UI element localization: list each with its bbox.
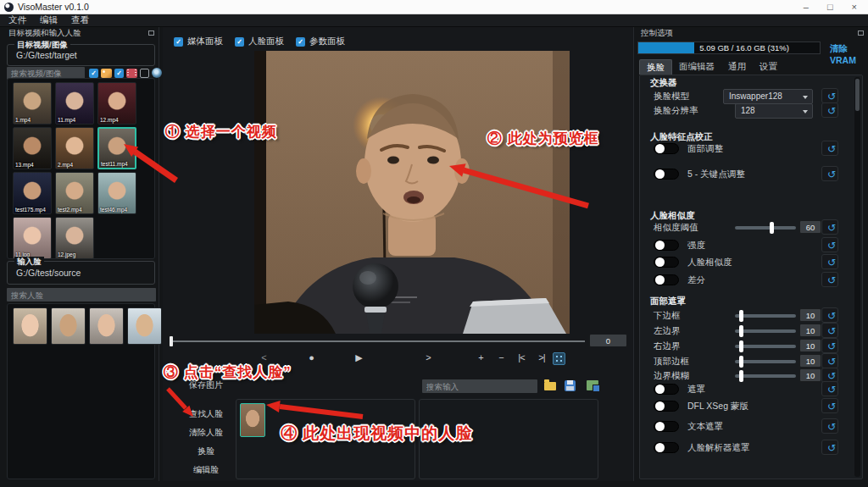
input-face-thumbnail-3[interactable]	[89, 307, 124, 345]
reset-icon[interactable]: ↺	[821, 418, 838, 434]
media-thumbnail-12.jpeg[interactable]: 12.jpeg	[55, 217, 94, 259]
last-frame-button[interactable]: >|	[532, 352, 551, 362]
fit-view-button[interactable]	[553, 352, 565, 365]
tab-3[interactable]: 通用	[721, 59, 753, 75]
media-thumbnail-test11.mp4[interactable]: test11.mp4	[97, 127, 136, 169]
toggle-DFL XSeg 蒙版[interactable]	[654, 401, 679, 412]
face-search-input[interactable]	[7, 288, 156, 302]
media-thumbnail-test175.mp4[interactable]: test175.mp4	[13, 172, 52, 214]
videos-filter-checkbox[interactable]: ✓	[114, 69, 124, 78]
slider-相似度阈值[interactable]	[735, 226, 796, 230]
slider-value[interactable]: 60	[799, 220, 821, 234]
menu-item-edit[interactable]: 编辑	[40, 14, 58, 26]
media-thumbnail-13.mp4[interactable]: 13.mp4	[13, 127, 52, 169]
save-icon[interactable]	[565, 380, 576, 391]
save-image-icon[interactable]	[587, 380, 598, 390]
reset-icon[interactable]: ↺	[821, 166, 838, 181]
minimize-button[interactable]: –	[804, 1, 809, 14]
found-face-thumbnail[interactable]	[240, 403, 265, 437]
media-thumbnail-1.mp4[interactable]: 1.mp4	[13, 82, 52, 125]
find-faces-button[interactable]: 查找人脸	[170, 407, 242, 421]
checkbox-checked-icon[interactable]: ✓	[174, 37, 183, 47]
frame-counter[interactable]: 0	[589, 334, 627, 347]
toggle-差分[interactable]	[654, 274, 679, 285]
toggle-人脸相似度[interactable]	[654, 257, 679, 268]
reset-icon[interactable]: ↺	[821, 272, 838, 287]
previous-marker-button[interactable]: <	[254, 352, 273, 362]
reset-icon[interactable]: ↺	[821, 323, 838, 338]
reset-icon[interactable]: ↺	[821, 237, 838, 252]
slider-value[interactable]: 10	[799, 339, 821, 352]
media-thumbnail-11.mp4[interactable]: 11.mp4	[55, 82, 94, 125]
input-face-thumbnail-1[interactable]	[13, 307, 47, 345]
setting-label: 强度	[687, 240, 705, 252]
reset-icon[interactable]: ↺	[821, 440, 838, 455]
dropdown-换脸分辨率[interactable]: 128	[735, 103, 813, 119]
clear-faces-button[interactable]: 清除人脸	[170, 426, 242, 440]
webcam-filter-checkbox[interactable]	[140, 69, 149, 78]
play-button[interactable]: ▶	[349, 352, 368, 363]
source-folder-path[interactable]: G:/G/test/source	[16, 268, 81, 278]
images-filter-checkbox[interactable]: ✓	[89, 69, 98, 78]
slider-value[interactable]: 10	[799, 324, 821, 337]
slider-value[interactable]: 10	[799, 308, 821, 322]
next-marker-button[interactable]: >	[419, 352, 437, 362]
toggle-强度[interactable]	[654, 240, 679, 251]
undock-icon[interactable]	[148, 30, 154, 36]
reset-icon[interactable]: ↺	[821, 353, 838, 368]
slider-左边界[interactable]	[735, 329, 796, 333]
tab-4[interactable]: 设置	[753, 59, 784, 75]
media-thumbnail-test46.mp4[interactable]: test46.mp4	[97, 172, 136, 214]
media-thumbnail-2.mp4[interactable]: 2.mp4	[55, 127, 94, 169]
reset-icon[interactable]: ↺	[821, 219, 838, 235]
open-folder-icon[interactable]	[544, 382, 556, 390]
input-face-thumbnail-2[interactable]	[51, 307, 86, 345]
target-folder-path[interactable]: G:/G/test/target	[16, 50, 77, 60]
reset-icon[interactable]: ↺	[821, 88, 838, 103]
zoom-in-button[interactable]: +	[471, 352, 490, 362]
checkbox-checked-icon[interactable]: ✓	[235, 37, 244, 47]
reset-icon[interactable]: ↺	[821, 141, 838, 156]
reset-icon[interactable]: ↺	[821, 338, 838, 353]
checkbox-checked-icon[interactable]: ✓	[296, 37, 305, 47]
slider-右边界[interactable]	[735, 345, 796, 348]
record-button[interactable]: ●	[302, 352, 320, 362]
undock-icon[interactable]	[858, 30, 864, 36]
toggle-人脸解析器遮罩[interactable]	[654, 442, 679, 453]
scrollbar[interactable]	[854, 77, 860, 477]
reset-icon[interactable]: ↺	[821, 307, 838, 323]
reset-icon[interactable]: ↺	[821, 381, 838, 396]
scrollbar-thumb[interactable]	[855, 79, 860, 111]
preview-frame[interactable]	[254, 51, 570, 334]
found-face-search-input[interactable]	[422, 379, 537, 393]
close-button[interactable]: ×	[852, 1, 857, 14]
slider-value[interactable]: 10	[799, 354, 821, 368]
timeline-handle[interactable]	[170, 336, 173, 346]
clear-vram-button[interactable]: 清除 VRAM	[830, 43, 868, 65]
reset-icon[interactable]: ↺	[821, 102, 838, 118]
media-thumbnail-test2.mp4[interactable]: test2.mp4	[55, 172, 94, 214]
slider-value[interactable]: 10	[799, 368, 821, 382]
slider-边界模糊[interactable]	[735, 374, 796, 378]
menu-item-view[interactable]: 查看	[71, 14, 89, 26]
timeline-slider[interactable]	[170, 337, 585, 346]
input-face-thumbnail-4[interactable]	[127, 307, 162, 345]
tab-1[interactable]: 换脸	[639, 59, 672, 75]
edit-faces-button[interactable]: 编辑脸	[170, 463, 242, 477]
toggle-面部调整[interactable]	[654, 143, 679, 154]
maximize-button[interactable]: □	[827, 1, 833, 14]
tab-2[interactable]: 面编辑器	[672, 59, 721, 75]
first-frame-button[interactable]: |<	[512, 352, 531, 362]
zoom-out-button[interactable]: −	[492, 352, 510, 362]
slider-顶部边框[interactable]	[735, 360, 796, 363]
swap-faces-button[interactable]: 换脸	[170, 445, 242, 458]
media-thumbnail-12.mp4[interactable]: 12.mp4	[97, 82, 136, 125]
media-thumbnail-11.jpg[interactable]: 11.jpg	[13, 217, 52, 259]
menu-item-file[interactable]: 文件	[8, 14, 26, 26]
reset-icon[interactable]: ↺	[821, 254, 838, 269]
toggle-遮罩[interactable]	[654, 384, 679, 395]
reset-icon[interactable]: ↺	[821, 398, 838, 413]
toggle-文本遮罩[interactable]	[654, 421, 679, 432]
toggle-5 - 关键点调整[interactable]	[654, 169, 679, 180]
slider-下边框[interactable]	[735, 314, 796, 318]
